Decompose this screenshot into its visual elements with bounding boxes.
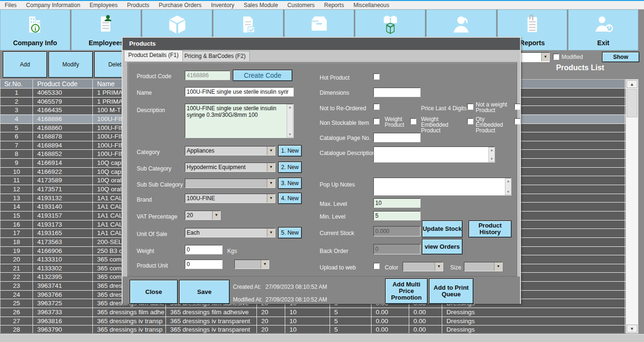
weight-embedded-checkbox[interactable]	[467, 118, 473, 124]
upload-web-checkbox[interactable]	[373, 263, 380, 269]
weight-unit-label: Kgs	[227, 248, 237, 254]
weight-embedded-label: Weight Embedded Product	[421, 116, 466, 133]
name-field[interactable]	[185, 87, 294, 97]
menu-files[interactable]: Files	[0, 1, 21, 9]
modified-checkbox[interactable]	[553, 54, 559, 60]
scroll-up-icon[interactable]: ▲	[627, 80, 637, 88]
chevron-down-icon[interactable]: ▼	[541, 53, 549, 61]
popup-notes-field[interactable]	[373, 178, 512, 195]
close-button[interactable]: Close	[130, 280, 178, 304]
table-cell: 12	[0, 185, 33, 194]
add-to-print-queue-button[interactable]: Add to Print Queue	[429, 278, 473, 304]
menu-products[interactable]: Products	[122, 1, 154, 9]
chevron-down-icon[interactable]: ▼	[267, 147, 275, 155]
table-cell: 3963725	[33, 299, 93, 308]
vat-percentage-value: 20	[187, 212, 212, 219]
toolbar-exit-button[interactable]: Exit	[568, 9, 638, 50]
weight-field[interactable]	[185, 245, 223, 254]
toolbar-company-info-button[interactable]: i Company Info	[0, 9, 70, 50]
product-unit-label: Product Unit	[137, 262, 168, 269]
menu-inventory[interactable]: Inventory	[206, 1, 239, 9]
not-to-reorder-checkbox[interactable]	[373, 104, 380, 110]
chevron-down-icon[interactable]: ▼	[267, 163, 275, 171]
table-row[interactable]: 283963790365 dressings iv transp365 dres…	[0, 326, 626, 333]
sub-sub-category-new-button[interactable]: 3. New	[278, 178, 302, 189]
chevron-down-icon[interactable]: ▼	[267, 194, 275, 203]
chevron-down-icon[interactable]: ▼	[261, 260, 269, 269]
description-field[interactable]: 100U-FINE single use sterile insulin syr…	[185, 104, 294, 138]
price-last4-checkbox[interactable]	[467, 104, 473, 110]
unit-of-sale-label: Unit Of Sale	[137, 231, 167, 237]
menu-miscellaneous[interactable]: Miscellaneous	[349, 1, 394, 9]
add-multi-price-promotion-button[interactable]: Add Multi Price Promotion	[385, 278, 428, 304]
save-button[interactable]: Save	[179, 280, 230, 304]
chevron-down-icon[interactable]: ▼	[212, 211, 220, 220]
color-combobox[interactable]: ▼	[403, 262, 443, 271]
max-level-field[interactable]	[373, 198, 421, 208]
brand-combobox[interactable]: 100U-FINE▼	[185, 194, 275, 203]
menu-employees[interactable]: Employees	[85, 1, 122, 9]
description-scrollbar[interactable]: ▲▼	[287, 104, 293, 138]
menu-company-information[interactable]: Company Information	[21, 1, 85, 9]
brand-new-button[interactable]: 4. New	[278, 193, 302, 204]
dimensions-field[interactable]	[373, 88, 421, 97]
chevron-down-icon[interactable]: ▼	[267, 228, 275, 237]
vat-percentage-combobox[interactable]: 20▼	[185, 211, 221, 220]
menu-customers[interactable]: Customers	[283, 1, 320, 9]
weight-product-checkbox[interactable]	[410, 118, 416, 124]
table-cell: 4168860	[33, 124, 93, 132]
table-cell: 1	[0, 89, 33, 97]
table-cell: 4133302	[33, 264, 93, 273]
scrollbar-thumb[interactable]	[627, 89, 637, 117]
menu-reports[interactable]: Reports	[320, 1, 349, 9]
grid-column-header[interactable]: Sr.No.	[0, 80, 33, 89]
update-stock-button[interactable]: Update Stock	[422, 220, 462, 237]
horizontal-scrollbar[interactable]	[0, 334, 644, 342]
scroll-down-icon[interactable]: ▼	[627, 325, 637, 333]
catalogue-page-field[interactable]	[373, 133, 421, 142]
show-button[interactable]: Show	[602, 52, 639, 62]
hot-product-checkbox[interactable]	[373, 73, 380, 80]
chevron-down-icon[interactable]: ▼	[494, 262, 502, 271]
catalogue-desc-scrollbar[interactable]: ▲▼	[488, 147, 495, 162]
table-cell: 22	[0, 273, 33, 281]
chevron-down-icon[interactable]: ▼	[267, 179, 275, 187]
not-weight-product-checkbox[interactable]	[514, 104, 520, 110]
sub-category-new-button[interactable]: 2. New	[278, 162, 302, 173]
product-code-field[interactable]	[185, 71, 230, 80]
min-level-field[interactable]	[373, 211, 421, 220]
table-cell: 20	[0, 255, 33, 264]
qty-embedded-checkbox[interactable]	[514, 118, 520, 124]
menu-purchase-orders[interactable]: Purchase Orders	[154, 1, 206, 9]
sub-category-combobox[interactable]: Hypodermic Equipment▼	[185, 163, 275, 172]
table-row[interactable]: 273963816365 dressings iv transp365 dres…	[0, 317, 626, 326]
tab-pricing-barcodes[interactable]: Pricing & BarCodes (F2)	[180, 51, 250, 61]
catalogue-desc-field[interactable]	[373, 147, 495, 163]
size-combobox[interactable]: ▼	[464, 262, 503, 271]
modify-button[interactable]: Modify	[49, 51, 93, 78]
sub-category-value: Hypodermic Equipment	[187, 164, 266, 171]
vertical-scrollbar[interactable]: ▲ ▼	[626, 79, 638, 334]
grid-column-header[interactable]: Product Code	[33, 80, 93, 89]
category-new-button[interactable]: 1. New	[278, 145, 302, 156]
modified-checkbox-label: Modified	[561, 54, 583, 60]
chevron-down-icon[interactable]: ▼	[435, 262, 443, 271]
sub-sub-category-combobox[interactable]: ▼	[185, 179, 275, 188]
table-cell: 365 dressings iv transp	[93, 317, 166, 326]
product-unit-field[interactable]	[185, 260, 223, 269]
view-orders-button[interactable]: view Orders	[422, 239, 462, 254]
table-row[interactable]: 263963733365 dressings film adhe365 dres…	[0, 308, 626, 317]
popup-notes-scrollbar[interactable]: ▲▼	[505, 178, 512, 195]
table-cell: 2	[0, 98, 33, 106]
non-stockable-checkbox[interactable]	[373, 118, 380, 124]
add-button[interactable]: Add	[3, 51, 47, 78]
products-cube-icon	[165, 11, 190, 39]
product-unit-combobox[interactable]: ▼	[234, 260, 269, 269]
create-code-button[interactable]: Create Code	[233, 70, 292, 81]
product-history-button[interactable]: Product History	[469, 220, 512, 237]
unit-of-sale-combobox[interactable]: Each▼	[185, 228, 275, 237]
unit-of-sale-new-button[interactable]: 5. New	[278, 227, 302, 238]
category-combobox[interactable]: Appliances▼	[185, 146, 275, 155]
tab-product-details[interactable]: Product Details (F1)	[124, 50, 183, 61]
menu-sales-module[interactable]: Sales Module	[239, 1, 283, 9]
